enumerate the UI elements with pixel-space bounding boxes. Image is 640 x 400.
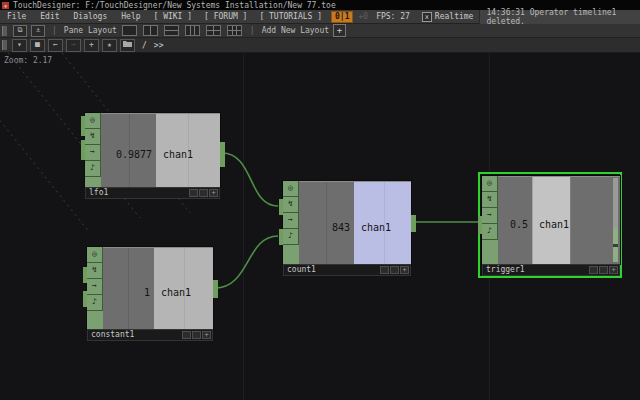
node-name[interactable]: lfo1 xyxy=(89,188,108,198)
node-scrollbar[interactable] xyxy=(613,178,618,262)
export-flag-icon[interactable]: → xyxy=(85,145,101,161)
node-trigger1-selected[interactable]: ◎ ↯ → ♪ 0.5 chan1 trigger1 xyxy=(478,172,622,278)
node-lfo1[interactable]: ◎ ↯ → ♪ 0.9877 chan1 lfo1 xyxy=(84,112,219,186)
menu-edit[interactable]: Edit xyxy=(33,12,66,21)
pane-layout-preset-2[interactable] xyxy=(143,25,158,36)
node-name-strip: lfo1 + xyxy=(85,187,220,199)
pane-layout-preset-1[interactable] xyxy=(122,25,137,36)
status-message: 14:36:31 Operator timeline1 deleted. xyxy=(479,10,640,24)
node-strip-button[interactable] xyxy=(192,331,201,339)
node-constant1[interactable]: ◎ ↯ → ♪ 1 chan1 constant1 xyxy=(86,246,212,328)
pane-layout-preset-3[interactable] xyxy=(164,25,179,36)
bookmark-star-icon[interactable]: ★ xyxy=(102,39,117,52)
node-plus-button[interactable]: + xyxy=(609,266,618,274)
tutorials-link[interactable]: [ TUTORIALS ] xyxy=(253,12,328,21)
export-flag-icon[interactable]: → xyxy=(482,208,498,224)
viewer-flag-icon[interactable]: ◎ xyxy=(85,113,101,129)
cook-flag-icon[interactable]: ↯ xyxy=(482,192,498,208)
bypass-flag-icon[interactable]: ♪ xyxy=(87,295,103,311)
channel-value: 0.9877 xyxy=(101,148,158,159)
touchdesigner-window: ✳ TouchDesigner: F:/TouchDesigner/New Sy… xyxy=(0,0,640,400)
pane-anchor-icon[interactable]: ⚓ xyxy=(31,25,45,37)
channel-value: 843 xyxy=(299,221,356,232)
network-editor[interactable]: Zoom: 2.17 ◎ ↯ → ♪ xyxy=(0,53,640,400)
add-layout-button[interactable]: + xyxy=(333,24,346,37)
toolbar-grip[interactable] xyxy=(2,40,7,50)
node-flag-column: ◎ ↯ → ♪ xyxy=(87,247,103,329)
export-flag-icon[interactable]: → xyxy=(87,279,103,295)
node-strip-button[interactable] xyxy=(589,266,598,274)
bypass-flag-icon[interactable]: ♪ xyxy=(482,224,498,240)
node-name-strip: count1 + xyxy=(283,264,411,276)
node-name[interactable]: trigger1 xyxy=(486,265,525,275)
pane-layout-preset-4[interactable] xyxy=(185,25,200,36)
output-connector[interactable] xyxy=(220,142,225,167)
back-icon[interactable]: ← xyxy=(48,39,63,52)
add-icon[interactable]: + xyxy=(84,39,99,52)
add-new-layout-label: Add New Layout xyxy=(262,26,329,35)
perform-mode-toggle[interactable]: 0|1 xyxy=(331,11,353,23)
cook-flag-icon[interactable]: ↯ xyxy=(283,197,299,213)
app-icon: ✳ xyxy=(2,2,9,9)
input-connector[interactable] xyxy=(83,267,87,283)
bypass-flag-icon[interactable]: ♪ xyxy=(283,229,299,245)
node-strip-button[interactable] xyxy=(380,266,389,274)
pane-type-dropdown-icon[interactable]: ▾ xyxy=(12,39,27,52)
stop-icon[interactable]: ■ xyxy=(30,39,45,52)
node-name[interactable]: count1 xyxy=(287,265,316,275)
node-strip-button[interactable] xyxy=(189,189,198,197)
toolbar-grip[interactable] xyxy=(2,26,7,36)
channel-readout: 843 chan1 xyxy=(299,221,411,232)
input-connector[interactable] xyxy=(478,216,482,234)
input-connector[interactable] xyxy=(81,116,85,136)
wiki-link[interactable]: [ WIKI ] xyxy=(148,12,199,21)
output-connector[interactable] xyxy=(213,280,218,298)
realtime-label: Realtime xyxy=(435,12,474,21)
fps-label: FPS: 27 xyxy=(376,12,410,21)
node-name-strip: constant1 + xyxy=(87,329,213,341)
cook-flag-icon[interactable]: ↯ xyxy=(87,263,103,279)
menu-bar: File Edit Dialogs Help [ WIKI ] [ FORUM … xyxy=(0,10,640,24)
viewer-flag-icon[interactable]: ◎ xyxy=(87,247,103,263)
channel-name: chan1 xyxy=(356,221,391,232)
node-count1[interactable]: ◎ ↯ → ♪ 843 chan1 count1 xyxy=(282,180,410,263)
node-plus-button[interactable]: + xyxy=(209,189,218,197)
node-name-strip: trigger1 + xyxy=(482,264,620,276)
node-plus-button[interactable]: + xyxy=(400,266,409,274)
folder-icon[interactable] xyxy=(120,39,135,52)
node-strip-button[interactable] xyxy=(199,189,208,197)
realtime-toggle[interactable]: x Realtime xyxy=(422,12,474,22)
channel-name: chan1 xyxy=(156,287,191,298)
node-flag-column: ◎ ↯ → ♪ xyxy=(85,113,101,187)
realtime-checkbox-icon[interactable]: x xyxy=(422,12,432,22)
menu-file[interactable]: File xyxy=(0,12,33,21)
node-plus-button[interactable]: + xyxy=(202,331,211,339)
node-strip-button[interactable] xyxy=(599,266,608,274)
forward-icon[interactable]: → xyxy=(66,39,81,52)
pane-layout-preset-6[interactable] xyxy=(227,25,242,36)
export-flag-icon[interactable]: → xyxy=(283,213,299,229)
input-connector[interactable] xyxy=(83,291,87,307)
network-path[interactable]: / xyxy=(142,41,147,50)
input-connector[interactable] xyxy=(279,199,283,215)
viewer-flag-icon[interactable]: ◎ xyxy=(283,181,299,197)
node-strip-button[interactable] xyxy=(182,331,191,339)
channel-name: chan1 xyxy=(534,219,569,230)
path-expand-button[interactable]: >> xyxy=(154,41,164,50)
wire-constant1-to-count1 xyxy=(215,236,278,288)
menu-help[interactable]: Help xyxy=(114,12,147,21)
node-name[interactable]: constant1 xyxy=(91,330,134,340)
pane-maximize-icon[interactable]: ⧉ xyxy=(13,25,27,37)
viewer-flag-icon[interactable]: ◎ xyxy=(482,176,498,192)
input-connector[interactable] xyxy=(279,229,283,245)
menu-dialogs[interactable]: Dialogs xyxy=(67,12,115,21)
bypass-flag-icon[interactable]: ♪ xyxy=(85,161,101,177)
perform-aux-button[interactable]: +0 xyxy=(358,12,368,21)
output-connector[interactable] xyxy=(411,215,416,232)
pane-layout-bar: ⧉ ⚓ | Pane Layout | Add New Layout + xyxy=(0,24,640,38)
cook-flag-icon[interactable]: ↯ xyxy=(85,129,101,145)
node-strip-button[interactable] xyxy=(390,266,399,274)
input-connector[interactable] xyxy=(81,140,85,160)
pane-layout-preset-5[interactable] xyxy=(206,25,221,36)
forum-link[interactable]: [ FORUM ] xyxy=(198,12,253,21)
